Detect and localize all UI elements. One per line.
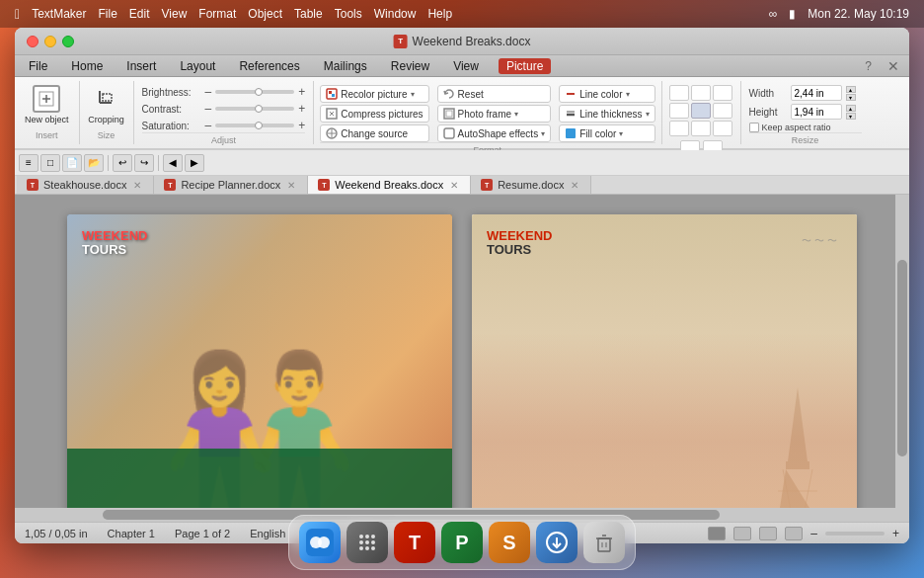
tab-weekend-close[interactable]: ✕ — [448, 180, 460, 191]
compress-pictures-button[interactable]: Compress pictures — [320, 105, 428, 123]
brightness-minus[interactable]: – — [205, 85, 212, 99]
dock-planmaker-icon[interactable]: P — [441, 522, 483, 563]
change-source-button[interactable]: Change source — [320, 124, 428, 142]
zoom-minus-icon[interactable]: – — [810, 527, 817, 540]
saturation-slider[interactable] — [215, 124, 294, 127]
maximize-button[interactable] — [62, 36, 74, 47]
zoom-slider[interactable] — [825, 532, 885, 536]
vertical-scrollbar[interactable] — [895, 195, 909, 522]
dock-finder-icon[interactable] — [299, 522, 341, 563]
height-input[interactable] — [791, 104, 842, 120]
tab-steakhouse[interactable]: T Steakhouse.docx ✕ — [17, 176, 154, 194]
tab-weekend[interactable]: T Weekend Breaks.docx ✕ — [308, 176, 471, 194]
pos-mc-button[interactable] — [691, 103, 711, 119]
window-close-icon[interactable]: ✕ — [887, 58, 899, 74]
keep-aspect-checkbox[interactable] — [749, 123, 759, 132]
battery-icon: ▮ — [789, 7, 796, 21]
app-menu-insert[interactable]: Insert — [122, 59, 160, 73]
pos-mr-button[interactable] — [713, 103, 732, 119]
toolbar-btn6[interactable]: ▶ — [185, 154, 204, 172]
saturation-row: Saturation: – + — [142, 119, 306, 132]
line-thickness-button[interactable]: Line thickness ▾ — [559, 105, 654, 123]
undo-button[interactable]: ↩ — [113, 154, 132, 172]
pos-tr-button[interactable] — [713, 85, 732, 101]
reset-button[interactable]: Reset — [437, 85, 552, 103]
recolor-picture-button[interactable]: Recolor picture ▾ — [320, 85, 428, 103]
position-group: Position — [662, 81, 741, 144]
toolbar-btn3[interactable]: 📄 — [62, 154, 82, 172]
view-reading-button[interactable] — [785, 527, 803, 540]
dock: T P S — [288, 515, 636, 570]
tab-recipe-close[interactable]: ✕ — [285, 180, 297, 191]
height-up-button[interactable]: ▴ — [846, 105, 856, 112]
app-menu-review[interactable]: Review — [387, 59, 433, 73]
tab-steakhouse-close[interactable]: ✕ — [131, 180, 143, 191]
width-input[interactable] — [791, 85, 842, 101]
dock-textmaker-icon[interactable]: T — [394, 522, 435, 563]
dock-presentations-icon[interactable]: S — [489, 522, 530, 563]
fill-color-button[interactable]: Fill color ▾ — [559, 124, 654, 142]
ribbon-content: New object Insert Cropping Size — [15, 77, 909, 148]
autoshape-effects-button[interactable]: AutoShape effects ▾ — [437, 124, 552, 142]
app-menu-bar: File Home Insert Layout References Maili… — [15, 55, 909, 77]
dock-downloads-icon[interactable] — [536, 522, 578, 563]
dock-trash-icon[interactable] — [583, 522, 625, 563]
pos-ml-button[interactable] — [669, 103, 689, 119]
menu-help[interactable]: Help — [427, 7, 452, 21]
pos-br-button[interactable] — [713, 121, 732, 136]
app-menu-references[interactable]: References — [235, 59, 303, 73]
close-button[interactable] — [27, 36, 38, 47]
redo-button[interactable]: ↪ — [134, 154, 154, 172]
contrast-plus[interactable]: + — [298, 102, 305, 116]
line-color-button[interactable]: Line color ▾ — [559, 85, 654, 103]
menu-window[interactable]: Window — [374, 7, 417, 21]
app-menu-home[interactable]: Home — [67, 59, 107, 73]
cropping-button[interactable]: Cropping — [88, 85, 124, 124]
pos-bl-button[interactable] — [669, 121, 689, 136]
tab-resume[interactable]: T Resume.docx ✕ — [471, 176, 591, 194]
brightness-slider[interactable] — [215, 90, 294, 94]
pos-bc-button[interactable] — [691, 121, 711, 136]
view-outline-button[interactable] — [733, 527, 751, 540]
app-menu-picture[interactable]: Picture — [499, 58, 551, 74]
view-normal-button[interactable] — [708, 527, 726, 540]
menu-object[interactable]: Object — [248, 7, 282, 21]
help-icon[interactable]: ? — [865, 59, 872, 73]
zoom-plus-icon[interactable]: + — [892, 527, 899, 540]
tab-resume-close[interactable]: ✕ — [569, 180, 580, 191]
toolbar-btn2[interactable]: □ — [40, 154, 60, 172]
app-menu-mailings[interactable]: Mailings — [320, 59, 371, 73]
brightness-plus[interactable]: + — [298, 85, 305, 99]
width-down-button[interactable]: ▾ — [846, 94, 856, 101]
photo-frame-button[interactable]: Photo frame ▾ — [437, 105, 552, 123]
app-menu-file[interactable]: File — [25, 59, 51, 73]
pos-tc-button[interactable] — [691, 85, 711, 101]
tab-recipe[interactable]: T Recipe Planner.docx ✕ — [154, 176, 308, 194]
dock-launchpad-icon[interactable] — [346, 522, 388, 563]
contrast-minus[interactable]: – — [205, 102, 212, 116]
menu-tools[interactable]: Tools — [335, 7, 362, 21]
width-up-button[interactable]: ▴ — [846, 86, 856, 93]
scrollbar-thumb-vertical[interactable] — [897, 260, 907, 456]
document-scroll[interactable]: 👫 WEEKEND TOURS DISCOVER YOUR FAVORITE C… — [15, 195, 909, 522]
svg-rect-44 — [598, 538, 610, 551]
toolbar-btn4[interactable]: 📂 — [84, 154, 104, 172]
saturation-plus[interactable]: + — [298, 119, 305, 132]
contrast-slider[interactable] — [215, 107, 294, 111]
menu-format[interactable]: Format — [198, 7, 236, 21]
menu-table[interactable]: Table — [294, 7, 323, 21]
app-menu-view[interactable]: View — [449, 59, 483, 73]
new-object-button[interactable]: New object — [25, 85, 69, 124]
pos-tl-button[interactable] — [669, 85, 689, 101]
menu-file[interactable]: File — [98, 7, 116, 21]
menu-view[interactable]: View — [162, 7, 188, 21]
saturation-minus[interactable]: – — [205, 119, 212, 132]
menu-edit[interactable]: Edit — [129, 7, 150, 21]
toolbar-btn5[interactable]: ◀ — [163, 154, 183, 172]
fill-color-icon — [565, 127, 577, 139]
app-menu-layout[interactable]: Layout — [176, 59, 219, 73]
minimize-button[interactable] — [44, 36, 56, 47]
toolbar-btn1[interactable]: ≡ — [19, 154, 38, 172]
height-down-button[interactable]: ▾ — [846, 113, 856, 120]
view-web-button[interactable] — [759, 527, 777, 540]
